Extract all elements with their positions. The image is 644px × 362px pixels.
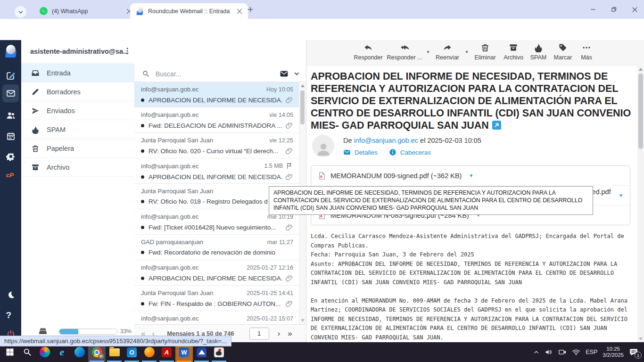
body-line: CONVENIO MIES- GAD PARROQUIAL SAN JUAN. — [311, 333, 641, 343]
next-page-button[interactable]: › — [278, 329, 281, 337]
message-row-subject: APROBACION DEL INFORME DE NECESIDA... — [141, 96, 293, 104]
reply-all-icon — [400, 43, 409, 52]
flag-icon — [286, 162, 293, 170]
tab-search-button[interactable] — [15, 6, 26, 18]
rail-cpanel-icon[interactable]: cP — [0, 168, 21, 185]
clock[interactable]: 10:25 3/2/2025 — [603, 346, 624, 359]
spam-button[interactable]: SPAM — [527, 43, 550, 61]
sidebar-item-borradores[interactable]: Borradores — [21, 82, 134, 101]
from-line: De info@sanjuan.gob.ec el 2025-02-03 10:… — [343, 137, 481, 144]
sender-email-link[interactable]: info@sanjuan.gob.ec — [354, 137, 418, 144]
last-page-button[interactable]: » — [288, 329, 292, 337]
sidebar-item-entrada[interactable]: Entrada — [21, 64, 134, 82]
folder-label: SPAM — [47, 126, 66, 133]
browser-tab[interactable]: Roundcube Webmail :: Entrada — [130, 3, 248, 19]
chevron-down-icon[interactable]: ▼ — [424, 50, 432, 61]
chevron-up-icon[interactable] — [533, 349, 539, 355]
rail-moon-icon[interactable] — [0, 287, 21, 304]
chevron-down-icon[interactable] — [293, 70, 300, 77]
account-menu[interactable]: asistente-administrativo@sa... — [21, 40, 134, 63]
browser-tab[interactable]: (4) WhatsApp — [34, 3, 138, 19]
sidebar-item-enviados[interactable]: Enviados — [21, 101, 134, 120]
message-list-row[interactable]: info@sanjuan.gob.ec2025-01-27 12:16APROB… — [134, 260, 300, 286]
rail-gear-icon[interactable] — [0, 148, 21, 165]
message-date: 2025-01-27 12:16 — [247, 264, 293, 271]
subject-text: APROBACION DEL INFORME DE NECESIDAD, TER… — [311, 71, 631, 131]
rail-mail-icon[interactable] — [0, 85, 21, 102]
unread-dot — [141, 302, 144, 305]
notification-center-button[interactable]: 1 — [629, 347, 639, 357]
responder-button[interactable]: Responder ... — [385, 43, 424, 61]
message-scrollbar[interactable] — [637, 66, 644, 342]
body-line: Lcda. Cecilia Carrasco Mendoza-Asistente… — [311, 232, 641, 241]
close-window-button[interactable] — [625, 0, 644, 19]
attachment-item[interactable]: AMEMORANDUM 009-signed.pdf (~362 KB)▼ — [311, 166, 630, 185]
headers-link[interactable]: Cabeceras — [400, 149, 431, 156]
message-subject-text: RV: Oficio No. 020 - Curso virtual “El d… — [149, 148, 282, 155]
message-sender: info@sanjuan.gob.ec — [141, 213, 198, 220]
message-row-subject: Fwd: Recordatorio de renovación de domin… — [141, 249, 293, 256]
speaker-icon[interactable] — [545, 348, 553, 356]
unread-dot — [141, 226, 144, 229]
chevron-down-icon[interactable]: ▼ — [463, 50, 471, 61]
sidebar-item-archivo[interactable]: Archivo — [21, 158, 134, 177]
ms-button[interactable]: Más — [576, 43, 597, 61]
message-date-text: vie 14:05 — [269, 112, 293, 118]
folder-label: Borradores — [47, 88, 81, 96]
tab-close-icon[interactable] — [236, 8, 243, 15]
meet-now-icon[interactable] — [558, 348, 567, 356]
message-list-row[interactable]: info@sanjuan.gob.ecHoy 10:05APROBACION D… — [134, 82, 300, 107]
details-link[interactable]: Detalles — [355, 149, 378, 156]
reenviar-button[interactable]: Reenviar — [432, 43, 463, 61]
chevron-down-icon[interactable]: ▼ — [469, 173, 473, 178]
unread-dot — [141, 149, 144, 153]
maximize-button[interactable] — [604, 0, 623, 19]
minimize-button[interactable] — [584, 0, 603, 19]
folder-pane: asistente-administrativo@sa... EntradaBo… — [21, 40, 135, 342]
search-input[interactable] — [155, 70, 275, 78]
menu-dots-icon[interactable] — [123, 47, 132, 55]
minimize-icon — [590, 6, 596, 13]
message-sender: Junta Parroquial San Juan — [141, 289, 213, 296]
marcar-button[interactable]: Marcar — [550, 43, 576, 61]
chevron-down-icon[interactable]: ▼ — [619, 193, 623, 198]
language-indicator[interactable]: ESP — [586, 349, 597, 355]
new-tab-button[interactable] — [245, 4, 256, 15]
sidebar-item-papelera[interactable]: Papelera — [21, 139, 134, 158]
toolbar-button-label: SPAM — [530, 54, 547, 61]
sidebar-item-spam[interactable]: SPAM — [21, 120, 134, 139]
archivo-button[interactable]: Archivo — [500, 43, 527, 61]
eliminar-button[interactable]: Eliminar — [471, 43, 500, 61]
message-date-text: 2025-01-27 12:16 — [247, 264, 293, 271]
inbox-icon — [31, 69, 40, 77]
wifi-icon[interactable] — [572, 348, 580, 356]
page-input[interactable] — [249, 328, 269, 340]
message-row-header: info@sanjuan.gob.ec1.5 MB — [141, 162, 293, 170]
rail-contacts-icon[interactable] — [0, 107, 21, 124]
message-list-row[interactable]: info@sanjuan.gob.ec1.5 MBAPROBACION DEL … — [134, 158, 300, 184]
external-link-icon[interactable] — [492, 121, 501, 130]
message-subject-text: APROBACION DEL INFORME DE NECESIDA... — [149, 275, 282, 282]
archive-icon — [509, 43, 518, 52]
reply-icon — [363, 43, 373, 52]
unread-dot — [141, 99, 144, 102]
message-row-header: GAD parroquiasanjuanmar 11:27 — [141, 239, 293, 246]
body-line: En atención al MEMORANDUM No. 009-AMAM d… — [311, 296, 641, 306]
rail-calendar-icon[interactable] — [0, 128, 21, 145]
folder-label: Archivo — [47, 164, 69, 171]
message-list-row[interactable]: Junta Parroquial San Juan2025-01-25 14:4… — [134, 286, 300, 311]
rail-roundcube-logo[interactable] — [0, 43, 21, 60]
message-list-row[interactable]: GAD parroquiasanjuanmar 11:27Fwd: Record… — [134, 235, 300, 260]
rail-help-icon[interactable]: ? — [0, 307, 21, 324]
message-body: Lcda. Cecilia Carrasco Mendoza-Asistente… — [311, 232, 641, 342]
scrollbar-thumb[interactable] — [300, 90, 305, 124]
search-scope-mail-icon[interactable] — [280, 69, 289, 78]
send-icon — [31, 107, 40, 115]
rail-compose-icon[interactable] — [0, 67, 21, 84]
message-list-row[interactable]: info@sanjuan.gob.ecvie 14:05Fwd: DELEGAC… — [134, 107, 300, 133]
scrollbar-thumb[interactable] — [638, 74, 643, 149]
app-rail: cP? — [0, 40, 21, 342]
person-icon — [315, 141, 331, 157]
responder-button[interactable]: Responder — [352, 43, 385, 61]
message-list-row[interactable]: Junta Parroquial San Juanvie 12:25RV: Of… — [134, 133, 300, 158]
